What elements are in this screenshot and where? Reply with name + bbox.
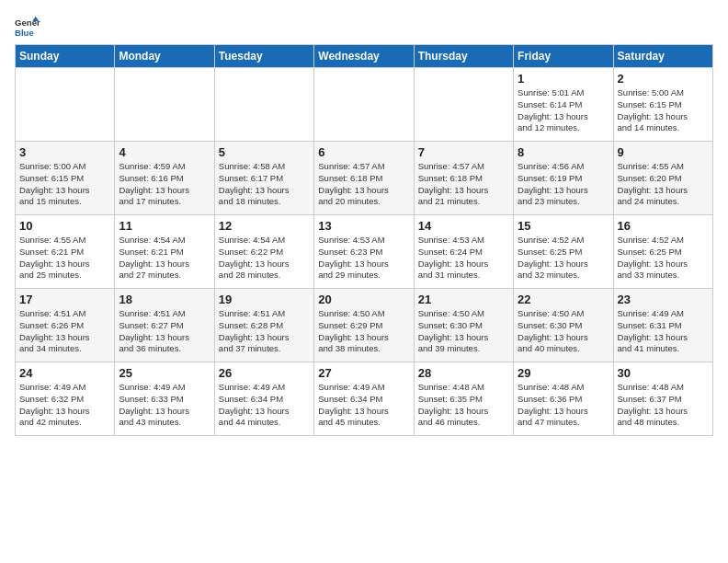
day-number: 2 (618, 72, 709, 86)
day-info: Sunrise: 4:58 AM Sunset: 6:17 PM Dayligh… (219, 161, 310, 208)
day-number: 22 (518, 293, 609, 306)
day-info: Sunrise: 4:55 AM Sunset: 6:20 PM Dayligh… (618, 161, 709, 208)
day-number: 3 (19, 145, 110, 159)
day-number: 12 (219, 219, 310, 233)
calendar-cell: 2Sunrise: 5:00 AM Sunset: 6:15 PM Daylig… (613, 68, 712, 142)
calendar-cell (16, 68, 115, 142)
logo-icon: General Blue (15, 15, 40, 40)
calendar-week-row: 24Sunrise: 4:49 AM Sunset: 6:32 PM Dayli… (16, 362, 713, 436)
weekday-header: Friday (514, 45, 613, 68)
day-info: Sunrise: 4:49 AM Sunset: 6:33 PM Dayligh… (119, 382, 210, 429)
day-info: Sunrise: 4:48 AM Sunset: 6:37 PM Dayligh… (618, 382, 709, 429)
day-info: Sunrise: 5:01 AM Sunset: 6:14 PM Dayligh… (518, 87, 609, 134)
weekday-header: Wednesday (314, 45, 414, 68)
calendar-cell: 24Sunrise: 4:49 AM Sunset: 6:32 PM Dayli… (16, 362, 115, 436)
day-number: 10 (19, 219, 110, 233)
weekday-header: Sunday (16, 45, 115, 68)
day-info: Sunrise: 4:53 AM Sunset: 6:24 PM Dayligh… (418, 235, 509, 282)
day-info: Sunrise: 4:56 AM Sunset: 6:19 PM Dayligh… (518, 161, 609, 208)
day-info: Sunrise: 4:48 AM Sunset: 6:35 PM Dayligh… (418, 382, 509, 429)
calendar-cell: 26Sunrise: 4:49 AM Sunset: 6:34 PM Dayli… (214, 362, 313, 436)
day-info: Sunrise: 4:49 AM Sunset: 6:31 PM Dayligh… (618, 308, 709, 355)
calendar-cell: 13Sunrise: 4:53 AM Sunset: 6:23 PM Dayli… (314, 215, 414, 289)
logo: General Blue (15, 15, 40, 40)
calendar-cell: 12Sunrise: 4:54 AM Sunset: 6:22 PM Dayli… (214, 215, 313, 289)
calendar-cell: 7Sunrise: 4:57 AM Sunset: 6:18 PM Daylig… (414, 142, 513, 215)
weekday-header: Monday (115, 45, 214, 68)
calendar-cell: 3Sunrise: 5:00 AM Sunset: 6:15 PM Daylig… (16, 142, 115, 215)
calendar-cell: 23Sunrise: 4:49 AM Sunset: 6:31 PM Dayli… (613, 289, 712, 362)
day-info: Sunrise: 4:57 AM Sunset: 6:18 PM Dayligh… (318, 161, 409, 208)
calendar-cell: 30Sunrise: 4:48 AM Sunset: 6:37 PM Dayli… (613, 362, 712, 436)
day-info: Sunrise: 4:52 AM Sunset: 6:25 PM Dayligh… (618, 235, 709, 282)
calendar-cell: 27Sunrise: 4:49 AM Sunset: 6:34 PM Dayli… (314, 362, 414, 436)
day-number: 18 (119, 293, 210, 306)
calendar-cell: 1Sunrise: 5:01 AM Sunset: 6:14 PM Daylig… (514, 68, 613, 142)
day-number: 26 (219, 366, 310, 380)
day-info: Sunrise: 4:52 AM Sunset: 6:25 PM Dayligh… (518, 235, 609, 282)
calendar-cell: 20Sunrise: 4:50 AM Sunset: 6:29 PM Dayli… (314, 289, 414, 362)
day-info: Sunrise: 4:59 AM Sunset: 6:16 PM Dayligh… (119, 161, 210, 208)
calendar-cell: 17Sunrise: 4:51 AM Sunset: 6:26 PM Dayli… (16, 289, 115, 362)
day-number: 21 (418, 293, 509, 306)
day-number: 14 (418, 219, 509, 233)
calendar-cell: 28Sunrise: 4:48 AM Sunset: 6:35 PM Dayli… (414, 362, 513, 436)
day-number: 6 (318, 145, 409, 159)
day-number: 11 (119, 219, 210, 233)
day-number: 29 (518, 366, 609, 380)
day-info: Sunrise: 4:50 AM Sunset: 6:30 PM Dayligh… (418, 308, 509, 355)
day-info: Sunrise: 4:53 AM Sunset: 6:23 PM Dayligh… (318, 235, 409, 282)
day-number: 30 (618, 366, 709, 380)
header-row: SundayMondayTuesdayWednesdayThursdayFrid… (16, 45, 713, 68)
calendar-cell: 4Sunrise: 4:59 AM Sunset: 6:16 PM Daylig… (115, 142, 214, 215)
day-info: Sunrise: 4:48 AM Sunset: 6:36 PM Dayligh… (518, 382, 609, 429)
calendar-cell (414, 68, 513, 142)
calendar-cell: 6Sunrise: 4:57 AM Sunset: 6:18 PM Daylig… (314, 142, 414, 215)
calendar-cell: 18Sunrise: 4:51 AM Sunset: 6:27 PM Dayli… (115, 289, 214, 362)
day-number: 9 (618, 145, 709, 159)
calendar-cell: 10Sunrise: 4:55 AM Sunset: 6:21 PM Dayli… (16, 215, 115, 289)
day-info: Sunrise: 4:51 AM Sunset: 6:27 PM Dayligh… (119, 308, 210, 355)
day-number: 23 (618, 293, 709, 306)
calendar-cell (214, 68, 313, 142)
day-info: Sunrise: 4:51 AM Sunset: 6:26 PM Dayligh… (19, 308, 110, 355)
day-info: Sunrise: 4:49 AM Sunset: 6:32 PM Dayligh… (19, 382, 110, 429)
day-number: 27 (318, 366, 409, 380)
calendar-cell: 14Sunrise: 4:53 AM Sunset: 6:24 PM Dayli… (414, 215, 513, 289)
weekday-header: Saturday (613, 45, 712, 68)
page-header: General Blue (15, 15, 713, 40)
day-number: 20 (318, 293, 409, 306)
calendar-week-row: 17Sunrise: 4:51 AM Sunset: 6:26 PM Dayli… (16, 289, 713, 362)
calendar-cell: 25Sunrise: 4:49 AM Sunset: 6:33 PM Dayli… (115, 362, 214, 436)
svg-text:Blue: Blue (15, 28, 34, 38)
day-number: 17 (19, 293, 110, 306)
day-info: Sunrise: 5:00 AM Sunset: 6:15 PM Dayligh… (618, 87, 709, 134)
day-number: 7 (418, 145, 509, 159)
calendar-week-row: 3Sunrise: 5:00 AM Sunset: 6:15 PM Daylig… (16, 142, 713, 215)
day-info: Sunrise: 4:49 AM Sunset: 6:34 PM Dayligh… (318, 382, 409, 429)
day-info: Sunrise: 4:54 AM Sunset: 6:22 PM Dayligh… (219, 235, 310, 282)
calendar-cell (314, 68, 414, 142)
day-info: Sunrise: 4:50 AM Sunset: 6:30 PM Dayligh… (518, 308, 609, 355)
calendar-cell: 19Sunrise: 4:51 AM Sunset: 6:28 PM Dayli… (214, 289, 313, 362)
day-info: Sunrise: 4:57 AM Sunset: 6:18 PM Dayligh… (418, 161, 509, 208)
calendar-table: SundayMondayTuesdayWednesdayThursdayFrid… (15, 44, 713, 436)
day-number: 24 (19, 366, 110, 380)
calendar-cell: 11Sunrise: 4:54 AM Sunset: 6:21 PM Dayli… (115, 215, 214, 289)
calendar-week-row: 1Sunrise: 5:01 AM Sunset: 6:14 PM Daylig… (16, 68, 713, 142)
calendar-cell: 22Sunrise: 4:50 AM Sunset: 6:30 PM Dayli… (514, 289, 613, 362)
calendar-cell: 5Sunrise: 4:58 AM Sunset: 6:17 PM Daylig… (214, 142, 313, 215)
calendar-cell: 16Sunrise: 4:52 AM Sunset: 6:25 PM Dayli… (613, 215, 712, 289)
day-number: 13 (318, 219, 409, 233)
weekday-header: Thursday (414, 45, 513, 68)
weekday-header: Tuesday (214, 45, 313, 68)
day-info: Sunrise: 4:51 AM Sunset: 6:28 PM Dayligh… (219, 308, 310, 355)
day-number: 4 (119, 145, 210, 159)
day-number: 15 (518, 219, 609, 233)
day-number: 8 (518, 145, 609, 159)
calendar-cell: 8Sunrise: 4:56 AM Sunset: 6:19 PM Daylig… (514, 142, 613, 215)
day-info: Sunrise: 5:00 AM Sunset: 6:15 PM Dayligh… (19, 161, 110, 208)
day-number: 19 (219, 293, 310, 306)
day-number: 1 (518, 72, 609, 86)
day-info: Sunrise: 4:54 AM Sunset: 6:21 PM Dayligh… (119, 235, 210, 282)
